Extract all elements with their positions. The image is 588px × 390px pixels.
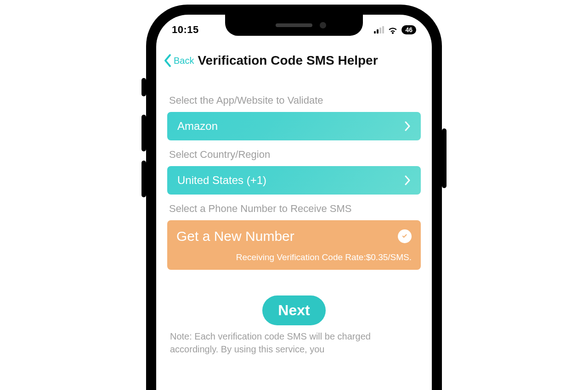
- chevron-left-icon: [164, 53, 173, 68]
- battery-indicator: 46: [401, 25, 416, 34]
- chevron-right-icon: [404, 175, 411, 185]
- label-select-country: Select Country/Region: [169, 149, 419, 161]
- next-button[interactable]: Next: [262, 295, 325, 325]
- phone-screen: 10:15 46 Back: [156, 15, 432, 390]
- wifi-icon: [388, 26, 398, 34]
- content: Select the App/Website to Validate Amazo…: [156, 75, 432, 356]
- status-right: 46: [374, 25, 416, 34]
- cellular-signal-icon: [374, 26, 384, 33]
- check-circle-icon: [398, 229, 412, 243]
- back-label: Back: [174, 56, 194, 66]
- note-text: Note: Each verification code SMS will be…: [167, 325, 421, 356]
- option-title: Get a New Number: [176, 228, 294, 244]
- phone-speaker: [276, 23, 312, 27]
- app-selector[interactable]: Amazon: [167, 112, 421, 140]
- phone-volume-down: [141, 161, 146, 197]
- phone-camera: [320, 22, 326, 28]
- phone-frame: 10:15 46 Back: [146, 5, 442, 390]
- label-select-phone: Select a Phone Number to Receive SMS: [169, 203, 419, 215]
- phone-notch: [225, 15, 363, 36]
- app-selector-value: Amazon: [177, 120, 218, 133]
- back-button[interactable]: Back: [164, 53, 194, 68]
- nav-bar: Back Verification Code SMS Helper: [156, 40, 432, 75]
- phone-silence-switch: [141, 78, 146, 96]
- country-selector-value: United States (+1): [177, 174, 266, 187]
- option-subtitle: Receiving Verification Code Rate:$0.35/S…: [176, 244, 412, 262]
- status-time: 10:15: [172, 24, 199, 36]
- page-title: Verification Code SMS Helper: [198, 53, 378, 68]
- get-new-number-option[interactable]: Get a New Number Receiving Verification …: [167, 220, 421, 270]
- phone-volume-up: [141, 115, 146, 151]
- phone-power-button: [442, 128, 447, 188]
- country-selector[interactable]: United States (+1): [167, 166, 421, 195]
- chevron-right-icon: [404, 121, 411, 131]
- canvas: 10:15 46 Back: [0, 0, 588, 390]
- label-select-app: Select the App/Website to Validate: [169, 95, 419, 106]
